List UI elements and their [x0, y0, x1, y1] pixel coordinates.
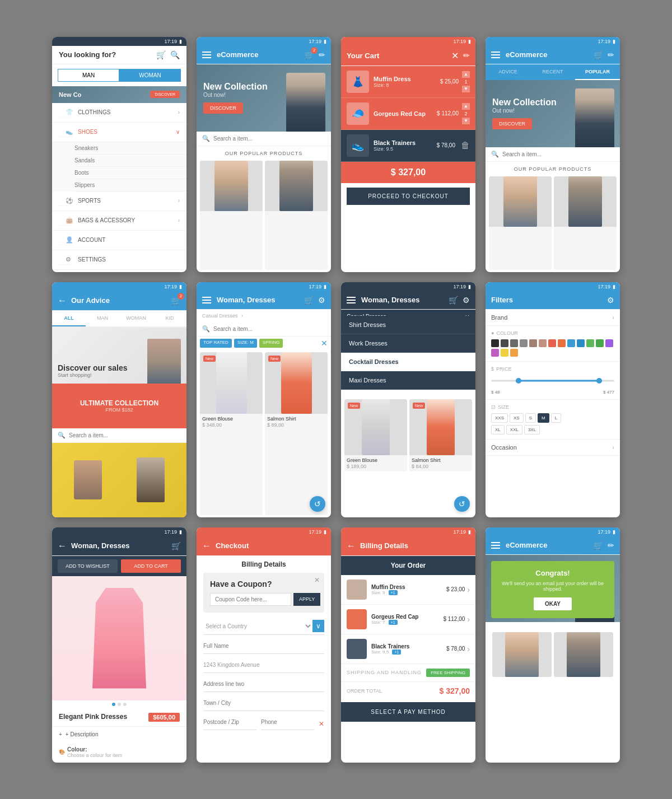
cart-icon-1[interactable]: 🛒: [156, 50, 166, 59]
submenu-boots[interactable]: Boots: [74, 167, 186, 179]
cart-5[interactable]: 🛒2: [171, 296, 181, 305]
cart-icon-9[interactable]: 🛒: [171, 541, 181, 550]
submenu-sandals[interactable]: Sandals: [74, 155, 186, 167]
hamburger-12[interactable]: [491, 542, 500, 549]
tab-popular[interactable]: Popular: [575, 64, 620, 80]
menu-item-clothings[interactable]: 👕 CLOTHINGS ›: [52, 103, 186, 123]
search-input-5[interactable]: [69, 432, 181, 438]
woman-button[interactable]: WOMAN: [119, 69, 181, 82]
product-card-4a[interactable]: [489, 176, 552, 270]
hamburger-2[interactable]: [202, 52, 211, 58]
color-green[interactable]: [586, 339, 594, 347]
tab-kid[interactable]: KID: [153, 311, 186, 326]
close-icon-3[interactable]: ✕: [451, 50, 459, 61]
color-gray[interactable]: [510, 339, 518, 347]
search-icon-1[interactable]: 🔍: [170, 50, 180, 59]
cart-12[interactable]: 🛒: [594, 541, 603, 550]
dropdown-work[interactable]: Work Dresses: [341, 334, 475, 353]
hero-btn-4[interactable]: DISCOVER: [492, 118, 532, 129]
wishlist-btn[interactable]: ADD TO WISHLIST: [58, 559, 118, 573]
color-brown[interactable]: [529, 339, 537, 347]
cart-6[interactable]: 🛒: [304, 296, 314, 305]
search-input-2[interactable]: [213, 135, 325, 142]
edit-icon-4[interactable]: ✏: [608, 50, 614, 59]
hamburger-6[interactable]: [202, 297, 211, 303]
color-darkblue[interactable]: [577, 339, 585, 347]
color-black[interactable]: [491, 339, 499, 347]
color-orange[interactable]: [558, 339, 566, 347]
back-icon-9[interactable]: ←: [58, 541, 67, 551]
color-amber[interactable]: [510, 349, 518, 357]
close-filter-icon[interactable]: ✕: [321, 339, 328, 348]
submenu-sneakers[interactable]: Sneakers: [74, 142, 186, 155]
product-card-6b[interactable]: New Salmon Shirt $ 89,00: [265, 352, 328, 515]
congrats-ok-btn[interactable]: OKAY: [534, 597, 572, 610]
cart-4[interactable]: 🛒: [594, 50, 603, 59]
product-card-12a[interactable]: [492, 632, 552, 677]
desc-title[interactable]: + + Description: [59, 731, 180, 737]
search-input-6[interactable]: [213, 326, 325, 332]
product-card-6a[interactable]: New Green Blouse $ 348,00: [200, 352, 263, 515]
coupon-apply-btn[interactable]: APPLY: [293, 593, 320, 606]
menu-item-bags[interactable]: 👜 BAGS & ACCESSORY ›: [52, 211, 186, 231]
submenu-slippers[interactable]: Slippers: [74, 179, 186, 191]
color-lightgray[interactable]: [520, 339, 528, 347]
tab-all[interactable]: ALL: [52, 311, 86, 326]
man-button[interactable]: MAN: [58, 69, 119, 82]
filter-icon-7[interactable]: ⚙: [463, 296, 470, 305]
size-l[interactable]: L: [551, 413, 561, 423]
hero-btn-2[interactable]: DISCOVER: [203, 102, 243, 114]
coupon-close[interactable]: ✕: [314, 576, 320, 584]
product-card-woman[interactable]: [200, 161, 263, 270]
tag-size[interactable]: SIZE: M: [234, 339, 257, 348]
color-darkgray[interactable]: [501, 339, 508, 347]
product-card-7a[interactable]: New Green Blouse $ 189,00: [344, 399, 407, 471]
color-darkgreen[interactable]: [596, 339, 604, 347]
qty-up-1[interactable]: ▲: [462, 71, 470, 78]
size-xs[interactable]: XS: [510, 413, 524, 423]
add-to-cart-btn[interactable]: ADD TO CART: [121, 559, 181, 573]
dropdown-maxi[interactable]: Maxi Dresses: [341, 371, 475, 390]
size-xxs[interactable]: XXS: [491, 413, 508, 423]
gender-toggle[interactable]: MAN WOMAN: [58, 69, 181, 82]
qty-up-2[interactable]: ▲: [462, 103, 470, 110]
back-icon-5[interactable]: ←: [58, 296, 67, 306]
product-card-man[interactable]: [265, 161, 328, 270]
color-red[interactable]: [548, 339, 556, 347]
size-m[interactable]: M: [538, 413, 549, 423]
coupon-input[interactable]: [210, 593, 291, 606]
qty-down-1[interactable]: ▼: [462, 86, 470, 92]
order-edit-1[interactable]: ›: [467, 585, 470, 594]
country-select[interactable]: Select a Country ∨: [203, 618, 324, 635]
delete-icon-3[interactable]: 🗑: [461, 141, 470, 151]
size-s[interactable]: S: [525, 413, 536, 423]
dropdown-shirt[interactable]: Shirt Dresses: [341, 316, 475, 334]
zip-field[interactable]: [203, 714, 256, 730]
hamburger-7[interactable]: [347, 297, 356, 303]
checkout-btn[interactable]: PROCEED TO CHECKOUT: [347, 188, 470, 205]
address2-field[interactable]: [203, 676, 324, 692]
filter-icon-6[interactable]: ⚙: [318, 296, 325, 305]
filter-icon-8[interactable]: ⚙: [607, 296, 614, 305]
fullname-field[interactable]: [203, 638, 324, 654]
order-edit-3[interactable]: ›: [467, 644, 470, 653]
size-xxl[interactable]: XXL: [506, 425, 522, 434]
cart-7[interactable]: 🛒: [449, 296, 458, 305]
phone-field[interactable]: [261, 714, 314, 730]
fab-6[interactable]: ↺: [310, 496, 325, 512]
product-card-12b[interactable]: [554, 632, 613, 677]
tab-woman[interactable]: WOMAN: [119, 311, 153, 326]
tab-recent[interactable]: Recent: [530, 64, 575, 80]
fab-7[interactable]: ↺: [454, 496, 470, 512]
color-blue[interactable]: [567, 339, 575, 347]
qty-down-2[interactable]: ▼: [462, 118, 470, 124]
discover-btn-1[interactable]: DISCOVER: [150, 91, 180, 98]
edit-icon-2[interactable]: ✏: [319, 50, 325, 59]
product-card-4b[interactable]: [554, 176, 617, 270]
color-tan[interactable]: [539, 339, 547, 347]
tab-man[interactable]: MAN: [86, 311, 119, 326]
hamburger-4[interactable]: [491, 52, 500, 58]
price-range[interactable]: [491, 375, 614, 386]
tag-toprated[interactable]: TOP RATED: [200, 339, 232, 348]
menu-item-account[interactable]: 👤 ACCOUNT: [52, 231, 186, 250]
